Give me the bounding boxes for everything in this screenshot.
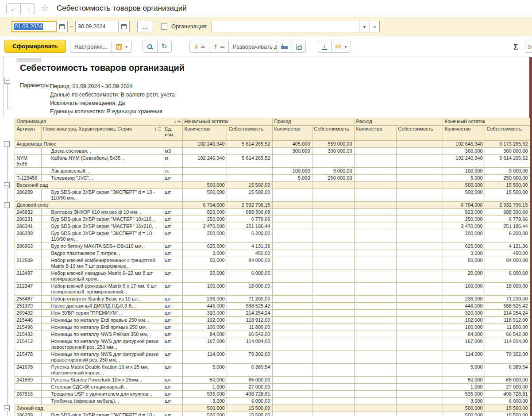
- income-cost-cell[interactable]: 559 000,00: [312, 141, 354, 148]
- closing-qty-cell[interactable]: 500,000: [443, 405, 485, 412]
- closing-cost-cell[interactable]: 688 390,68: [485, 209, 530, 216]
- income-cost-cell[interactable]: [312, 351, 354, 364]
- expense-qty-cell[interactable]: [354, 296, 396, 303]
- closing-cost-cell[interactable]: 15 500,00: [485, 405, 530, 412]
- nomenclature-cell[interactable]: Бур SDS-plus ЗУБР серия "МАСТЕР" 10x110,…: [41, 216, 163, 223]
- opening-cost-cell[interactable]: 5 614 265,52: [227, 155, 272, 168]
- cost-column-header[interactable]: Себестоимость: [485, 126, 530, 141]
- expense-cost-cell[interactable]: [396, 250, 443, 257]
- unit-column-header[interactable]: Ед. изм.: [163, 126, 182, 141]
- closing-cost-cell[interactable]: 6 173 265,52: [485, 141, 530, 148]
- closing-cost-cell[interactable]: 79 302,00: [485, 351, 530, 364]
- opening-qty-cell[interactable]: 100,000: [182, 324, 227, 331]
- article-cell[interactable]: Т-123456: [15, 175, 41, 182]
- income-cost-cell[interactable]: [312, 377, 354, 384]
- closing-qty-cell[interactable]: 167,000: [443, 338, 485, 351]
- expense-cost-cell[interactable]: [396, 331, 443, 338]
- organization-group-row[interactable]: −Весенний сад500,00015 500,00500,00015 5…: [0, 182, 530, 189]
- expense-cost-cell[interactable]: [396, 405, 443, 412]
- opening-qty-cell[interactable]: 102 240,340: [182, 141, 227, 148]
- nomenclature-item-row[interactable]: Ведро пластиковое 7 литров, ,шт3,000450,…: [0, 250, 530, 257]
- nomenclature-cell[interactable]: Бур SDS-plus ЗУБР серия "МАСТЕР" 16x210,…: [41, 223, 163, 230]
- closing-qty-cell[interactable]: 114,000: [443, 351, 485, 364]
- expense-qty-cell[interactable]: [354, 223, 396, 230]
- article-cell[interactable]: [15, 168, 41, 175]
- article-cell[interactable]: 215478: [15, 351, 41, 364]
- unit-cell[interactable]: шт: [163, 296, 182, 303]
- article-cell[interactable]: [15, 250, 41, 257]
- income-qty-cell[interactable]: [272, 377, 312, 384]
- unit-cell[interactable]: шт: [163, 412, 182, 416]
- opening-cost-cell[interactable]: 15 500,00: [227, 412, 272, 416]
- expense-cost-cell[interactable]: [396, 338, 443, 351]
- closing-cost-cell[interactable]: 18 000,00: [485, 283, 530, 296]
- opening-cost-cell[interactable]: [227, 168, 272, 175]
- expense-cost-cell[interactable]: [396, 412, 443, 416]
- income-cost-cell[interactable]: [312, 189, 354, 202]
- nomenclature-cell[interactable]: Набор ключей накидных Matrix 6–22 мм 8 ш…: [41, 270, 163, 283]
- expense-qty-cell[interactable]: [354, 141, 396, 148]
- opening-cost-cell[interactable]: 27 000,00: [227, 384, 272, 391]
- income-qty-cell[interactable]: [272, 317, 312, 324]
- income-qty-cell[interactable]: [272, 250, 312, 257]
- opening-cost-cell[interactable]: 6 779,66: [227, 216, 272, 223]
- income-qty-cell[interactable]: [272, 209, 312, 216]
- income-qty-cell[interactable]: [272, 338, 312, 351]
- article-cell[interactable]: [15, 398, 41, 405]
- closing-qty-cell[interactable]: 102 645,340: [443, 141, 485, 148]
- expense-cost-cell[interactable]: [396, 168, 443, 175]
- income-qty-cell[interactable]: [272, 331, 312, 338]
- opening-cost-cell[interactable]: [227, 175, 272, 182]
- closing-qty-cell[interactable]: 625,000: [443, 243, 485, 250]
- collapse-group-icon[interactable]: −: [4, 182, 10, 188]
- opening-qty-cell[interactable]: 102,000: [182, 317, 227, 324]
- income-qty-cell[interactable]: [272, 324, 312, 331]
- expense-qty-cell[interactable]: [354, 230, 396, 243]
- closing-cost-cell[interactable]: 588 525,42: [485, 303, 530, 310]
- opening-cost-cell[interactable]: 114 004,00: [227, 338, 272, 351]
- income-cost-cell[interactable]: [312, 364, 354, 377]
- opening-qty-cell[interactable]: 446,000: [182, 303, 227, 310]
- article-cell[interactable]: 215446: [15, 317, 41, 324]
- expense-qty-cell[interactable]: [354, 331, 396, 338]
- closing-cost-cell[interactable]: 11 800,00: [485, 324, 530, 331]
- opening-qty-cell[interactable]: 500,000: [182, 189, 227, 202]
- opening-qty-cell[interactable]: 500,000: [182, 182, 227, 189]
- nomenclature-item-row[interactable]: 286289Бур SDS-plus ЗУБР серия "ЭКСПЕРТ" …: [0, 412, 530, 416]
- closing-qty-cell[interactable]: 250,000: [443, 216, 485, 223]
- organization-name-cell[interactable]: Зимний сад: [15, 405, 182, 412]
- expense-qty-cell[interactable]: [354, 202, 396, 209]
- report-variants-button[interactable]: ▾: [112, 41, 132, 53]
- closing-qty-cell[interactable]: 446,000: [443, 303, 485, 310]
- closing-qty-cell[interactable]: 3,000: [443, 250, 485, 257]
- nomenclature-cell[interactable]: Бур SDS-plus ЗУБР серия "ЭКСПЕРТ" d = 10…: [41, 412, 163, 416]
- expense-qty-cell[interactable]: [354, 270, 396, 283]
- closing-qty-cell[interactable]: 100,000: [443, 324, 485, 331]
- opening-cost-cell[interactable]: 688 390,68: [227, 209, 272, 216]
- opening-cost-cell[interactable]: 214 254,24: [227, 310, 272, 317]
- unit-cell[interactable]: шт: [163, 250, 182, 257]
- opening-qty-cell[interactable]: 2 470,000: [182, 223, 227, 230]
- nomenclature-item-row[interactable]: Лак древесный, ,л.100,0009 000,00100,000…: [0, 168, 530, 175]
- income-qty-cell[interactable]: [272, 230, 312, 243]
- nomenclature-cell[interactable]: Ведро пластиковое 7 литров, ,: [41, 250, 163, 257]
- article-cell[interactable]: 251379: [15, 303, 41, 310]
- qty-column-header[interactable]: Количество: [182, 126, 227, 141]
- opening-qty-cell[interactable]: 500,000: [182, 405, 227, 412]
- article-cell[interactable]: [15, 148, 41, 155]
- nomenclature-item-row[interactable]: NYM 5x35Кабель NYM (Севкабель) 5x35, ,м1…: [0, 155, 530, 168]
- article-column-header[interactable]: Артикул: [15, 126, 41, 141]
- opening-qty-cell[interactable]: 167,000: [182, 338, 227, 351]
- income-cost-cell[interactable]: [312, 391, 354, 398]
- closing-cost-cell[interactable]: 5 614 265,52: [485, 155, 530, 168]
- generate-report-button[interactable]: Сформировать: [4, 40, 66, 53]
- income-qty-cell[interactable]: [272, 257, 312, 270]
- closing-qty-cell[interactable]: 50,000: [443, 257, 485, 270]
- opening-qty-cell[interactable]: [182, 175, 227, 182]
- qty-column-header[interactable]: Количество: [272, 126, 312, 141]
- income-qty-cell[interactable]: 405,000: [272, 141, 312, 148]
- unit-cell[interactable]: шт: [163, 324, 182, 331]
- opening-qty-cell[interactable]: 20,000: [182, 270, 227, 283]
- income-cost-cell[interactable]: [312, 398, 354, 405]
- unit-cell[interactable]: шт: [163, 243, 182, 250]
